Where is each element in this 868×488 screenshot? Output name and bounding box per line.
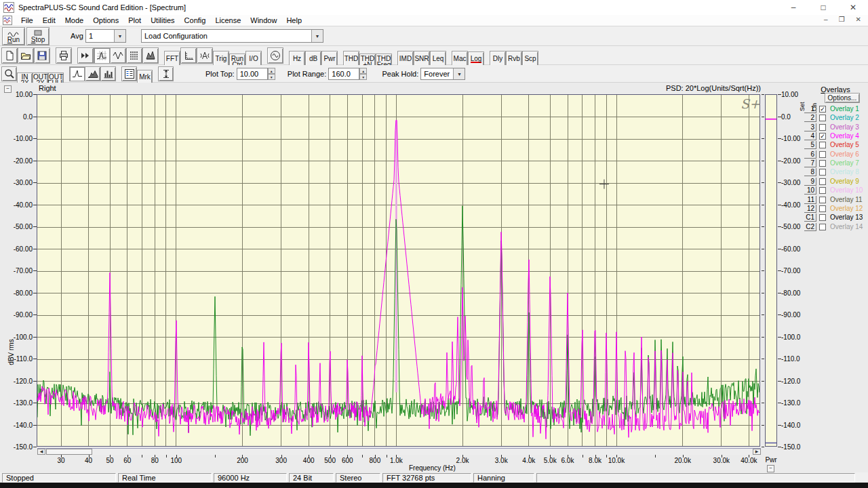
- y-axis-tick-label: -90.00: [4, 311, 33, 319]
- fft-settings-button-button[interactable]: FFT: [164, 51, 180, 67]
- filled-curve-button[interactable]: [85, 66, 100, 81]
- zoom-button[interactable]: [1, 66, 17, 81]
- overlay-set-button-3[interactable]: 3: [804, 123, 816, 131]
- mdi-close-icon[interactable]: ✕: [856, 16, 861, 23]
- plot-h-scrollbar[interactable]: ◀ ▶: [37, 448, 761, 455]
- marker-line-button[interactable]: [158, 66, 174, 81]
- peak-hold-select[interactable]: Forever ▼: [420, 68, 465, 80]
- status-panel-8: [536, 473, 855, 483]
- status-panel-3: 96000 Hz: [214, 473, 287, 483]
- overlay-on-checkbox-6[interactable]: [819, 151, 826, 158]
- menu-item-edit[interactable]: Edit: [38, 16, 60, 25]
- waveform-view-button[interactable]: [110, 47, 126, 64]
- plot-top-input[interactable]: 10.00: [237, 68, 268, 80]
- signal-generator-button[interactable]: [267, 47, 283, 64]
- spin-up-icon: ▲: [268, 68, 275, 74]
- plot-range-input[interactable]: 160.0: [328, 68, 359, 80]
- y-tick: [778, 425, 781, 426]
- menu-item-plot[interactable]: Plot: [123, 16, 146, 25]
- overlay-on-checkbox-8[interactable]: [819, 169, 826, 176]
- surface-3d-view-button[interactable]: [142, 47, 159, 64]
- menu-item-help[interactable]: Help: [281, 16, 307, 25]
- print-button[interactable]: [56, 47, 72, 64]
- overlay-on-checkbox-10[interactable]: [819, 187, 826, 194]
- x-axis-tick-label: 3.0k: [486, 457, 516, 464]
- minimize-window-icon[interactable]: –: [778, 0, 808, 15]
- y-axis-tick-label-right: -80.00: [781, 289, 812, 297]
- scroll-right-icon[interactable]: ▶: [753, 449, 761, 455]
- menu-item-mode[interactable]: Mode: [60, 16, 89, 25]
- scp-button-button[interactable]: Scp: [522, 51, 538, 67]
- overlay-set-button-10[interactable]: 10: [804, 186, 816, 195]
- collapse-pwr-icon[interactable]: −: [767, 465, 774, 472]
- fast-forward-button[interactable]: [77, 47, 94, 64]
- dly-button-button[interactable]: Dly: [490, 51, 506, 67]
- save-icon: [37, 50, 47, 61]
- menu-item-options[interactable]: Options: [88, 16, 123, 25]
- spectrogram-view-button[interactable]: [126, 47, 142, 64]
- overlay-on-checkbox-2[interactable]: [819, 115, 826, 121]
- scaling-button[interactable]: [180, 47, 197, 64]
- io-button-button[interactable]: I/O: [245, 51, 262, 67]
- x-axis-tick-label: 100: [161, 457, 191, 464]
- y-tick: [778, 337, 781, 338]
- trigger-button-button[interactable]: Trig: [213, 51, 229, 67]
- overlay-on-checkbox-1[interactable]: ✓: [819, 106, 826, 113]
- hz-button-button[interactable]: Hz: [289, 51, 305, 67]
- menu-item-utilities[interactable]: Utilities: [146, 16, 179, 25]
- leq-button-button[interactable]: Leq: [430, 51, 446, 67]
- thd-button-button[interactable]: THD: [343, 51, 359, 67]
- cursor-crosshair-icon[interactable]: [599, 180, 609, 189]
- menu-item-window[interactable]: Window: [245, 16, 281, 25]
- menu-item-file[interactable]: File: [16, 16, 38, 25]
- plot-range-stepper[interactable]: ▲▼: [359, 68, 367, 80]
- spectrum-view-button[interactable]: [94, 47, 110, 64]
- overlay-on-checkbox-9[interactable]: [819, 178, 826, 185]
- snr-button-button[interactable]: SNR: [414, 51, 430, 67]
- pwr-button-button[interactable]: Pwr: [321, 51, 338, 67]
- overlay-set-button-C1[interactable]: C1: [804, 214, 816, 222]
- overlay-set-button-1[interactable]: 1: [804, 105, 816, 113]
- avg-select[interactable]: 1 ▼: [85, 29, 126, 43]
- chevron-down-icon[interactable]: ▼: [114, 30, 125, 42]
- chevron-down-icon[interactable]: ▼: [453, 68, 465, 79]
- chevron-down-icon[interactable]: ▼: [311, 30, 323, 42]
- mdi-minimize-icon[interactable]: –: [824, 16, 828, 23]
- spectrum-plot[interactable]: [37, 94, 760, 447]
- plot-top-stepper[interactable]: ▲▼: [268, 68, 275, 80]
- bar-graph-button[interactable]: [100, 66, 116, 81]
- overlay-set-button-8[interactable]: 8: [804, 168, 816, 176]
- overlay-on-checkbox-12[interactable]: [819, 205, 826, 212]
- y-tick: [33, 249, 37, 249]
- save-button[interactable]: [34, 47, 50, 64]
- rvb-button-button[interactable]: Rvb: [506, 51, 522, 67]
- overlay-on-checkbox-5[interactable]: [819, 142, 826, 148]
- overlay-options-button[interactable]: Options...: [825, 93, 860, 103]
- overlay-on-checkbox-13[interactable]: [819, 214, 826, 221]
- open-folder-button[interactable]: [18, 47, 34, 64]
- overlay-on-checkbox-4[interactable]: ✓: [819, 133, 826, 140]
- overlay-on-checkbox-3[interactable]: [819, 124, 826, 131]
- run-button[interactable]: Run: [2, 27, 25, 45]
- overlay-on-checkbox-7[interactable]: [819, 160, 826, 167]
- imd-button-button[interactable]: IMD: [397, 51, 414, 67]
- new-document-button[interactable]: [1, 47, 18, 64]
- configuration-select[interactable]: Load Configuration ▼: [141, 29, 323, 43]
- calibration-button[interactable]: [197, 47, 213, 64]
- maximize-window-icon[interactable]: □: [808, 0, 838, 15]
- legend-list-button[interactable]: [121, 66, 137, 81]
- menu-item-config[interactable]: Config: [180, 16, 211, 25]
- peak-hold-label: Peak Hold:: [382, 70, 418, 78]
- db-button-button[interactable]: dB: [305, 51, 321, 67]
- menu-item-license[interactable]: License: [210, 16, 245, 25]
- scrollbar-thumb[interactable]: [46, 449, 92, 455]
- stop-button[interactable]: Stop: [26, 27, 50, 45]
- mdi-restore-icon[interactable]: ❐: [839, 16, 845, 23]
- mac-button-button[interactable]: Mac: [452, 51, 468, 67]
- peak-curve-button[interactable]: [69, 66, 85, 81]
- scroll-left-icon[interactable]: ◀: [37, 449, 45, 455]
- overlay-set-button-5[interactable]: 5: [804, 141, 816, 149]
- close-window-icon[interactable]: ✕: [838, 0, 868, 15]
- overlay-on-checkbox-14[interactable]: [819, 224, 826, 230]
- overlay-on-checkbox-11[interactable]: [819, 197, 826, 203]
